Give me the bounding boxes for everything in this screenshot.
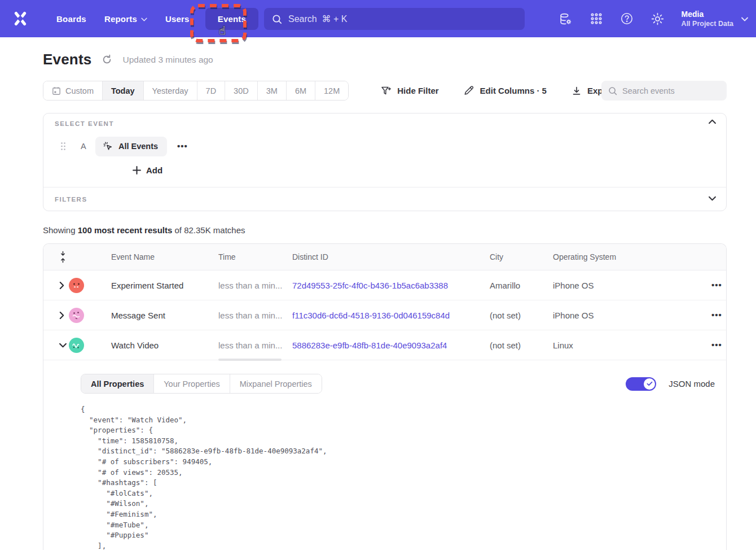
nav-item-users[interactable]: Users bbox=[156, 8, 199, 29]
filters-section[interactable]: FILTERS bbox=[43, 187, 726, 211]
events-table: Event Name Time Distinct ID City Operati… bbox=[43, 243, 727, 550]
column-header-city[interactable]: City bbox=[490, 252, 553, 261]
refresh-icon[interactable] bbox=[102, 54, 112, 65]
tab-label: Your Properties bbox=[164, 379, 219, 389]
edit-columns-button[interactable]: Edit Columns · 5 bbox=[464, 85, 547, 96]
navbar-right: Media All Project Data bbox=[559, 0, 748, 37]
mixpanel-x-glyph bbox=[12, 10, 29, 27]
global-search-input[interactable] bbox=[288, 14, 517, 24]
summary-prefix: Showing bbox=[43, 225, 78, 235]
table-horizontal-scrollbar[interactable] bbox=[218, 359, 282, 361]
events-search-input[interactable] bbox=[622, 86, 720, 95]
os-cell: iPhone OS bbox=[553, 281, 674, 290]
add-event-button[interactable]: Add bbox=[133, 165, 162, 175]
selected-event-label: All Events bbox=[118, 142, 158, 151]
expand-row-icon[interactable] bbox=[59, 282, 69, 289]
row-menu-icon[interactable]: ••• bbox=[711, 282, 722, 288]
date-option-label: 30D bbox=[234, 86, 249, 95]
tab-label: Mixpanel Properties bbox=[240, 379, 312, 389]
distinct-id-link[interactable]: 5886283e-e9fb-48fb-81de-40e9093a2af4 bbox=[292, 341, 490, 350]
column-header-time[interactable]: Time bbox=[218, 252, 292, 261]
distinct-id-link[interactable]: 72d49553-25fc-4f0c-b436-1b5ac6ab3388 bbox=[292, 281, 490, 290]
mixpanel-logo-icon[interactable] bbox=[10, 8, 30, 29]
date-option-label: Today bbox=[111, 86, 135, 95]
help-icon[interactable] bbox=[620, 12, 634, 25]
events-search[interactable] bbox=[601, 81, 727, 101]
collapse-section-icon[interactable] bbox=[709, 119, 716, 124]
filters-section-label: FILTERS bbox=[55, 196, 87, 203]
sparkle-cursor-icon bbox=[103, 141, 113, 152]
date-option-label: 3M bbox=[266, 86, 278, 95]
query-builder-card: SELECT EVENT A bbox=[43, 113, 727, 211]
events-page: Boards Reports Users Events ☝ bbox=[0, 0, 756, 550]
json-mode-control: JSON mode bbox=[626, 377, 715, 391]
drag-handle-icon[interactable] bbox=[60, 142, 66, 151]
column-header-distinct-id[interactable]: Distinct ID bbox=[292, 252, 490, 261]
event-selector-pill[interactable]: All Events bbox=[95, 137, 167, 156]
controls-row: Custom Today Yesterday 7D 30D 3M 6M 12M … bbox=[43, 81, 727, 101]
table-row[interactable]: Experiment Started less than a min... 72… bbox=[43, 270, 726, 300]
chevron-down-icon bbox=[141, 18, 147, 21]
project-switcher[interactable]: Media All Project Data bbox=[682, 9, 748, 28]
nav-item-boards[interactable]: Boards bbox=[47, 8, 95, 29]
event-row-letter: A bbox=[81, 142, 87, 151]
date-option-30d[interactable]: 30D bbox=[225, 81, 258, 100]
date-option-yesterday[interactable]: Yesterday bbox=[144, 81, 197, 100]
project-info: Media All Project Data bbox=[682, 9, 733, 28]
collapse-row-icon[interactable] bbox=[59, 343, 69, 348]
nav-item-reports[interactable]: Reports bbox=[95, 8, 156, 29]
settings-gear-icon[interactable] bbox=[650, 12, 665, 26]
nav-item-reports-label: Reports bbox=[104, 14, 137, 24]
date-option-label: 12M bbox=[324, 86, 340, 95]
hide-filter-label: Hide Filter bbox=[397, 86, 438, 95]
date-option-3m[interactable]: 3M bbox=[258, 81, 287, 100]
city-cell: (not set) bbox=[490, 341, 553, 350]
download-icon bbox=[572, 86, 582, 96]
os-cell: Linux bbox=[553, 341, 674, 350]
date-option-today[interactable]: Today bbox=[103, 81, 144, 100]
table-header-row: Event Name Time Distinct ID City Operati… bbox=[43, 244, 726, 270]
tab-all-properties[interactable]: All Properties bbox=[81, 374, 154, 393]
event-details-panel: All Properties Your Properties Mixpanel … bbox=[43, 360, 726, 550]
json-mode-toggle[interactable] bbox=[626, 377, 656, 391]
expand-row-icon[interactable] bbox=[59, 312, 69, 319]
event-name-cell: Message Sent bbox=[111, 311, 218, 320]
city-cell: (not set) bbox=[490, 311, 553, 320]
table-row[interactable]: Message Sent less than a min... f11c30d6… bbox=[43, 300, 726, 330]
nav-item-events-label: Events bbox=[218, 14, 246, 24]
os-cell: iPhone OS bbox=[553, 311, 674, 320]
date-option-6m[interactable]: 6M bbox=[287, 81, 315, 100]
row-menu-icon[interactable]: ••• bbox=[711, 312, 722, 318]
date-range-selector: Custom Today Yesterday 7D 30D 3M 6M 12M bbox=[43, 81, 349, 101]
row-menu-icon[interactable]: ••• bbox=[711, 342, 722, 348]
funnel-plus-icon bbox=[380, 85, 392, 97]
nav-item-users-label: Users bbox=[165, 14, 190, 24]
event-avatar bbox=[69, 308, 84, 323]
time-cell: less than a min... bbox=[218, 281, 292, 290]
event-name-cell: Experiment Started bbox=[111, 281, 218, 290]
date-option-label: 7D bbox=[206, 86, 217, 95]
column-header-os[interactable]: Operating System bbox=[553, 252, 674, 261]
date-option-12m[interactable]: 12M bbox=[315, 81, 348, 100]
sort-order-icon[interactable] bbox=[57, 251, 69, 263]
table-row-expanded[interactable]: Watch Video less than a min... 5886283e-… bbox=[43, 330, 726, 360]
date-option-custom[interactable]: Custom bbox=[43, 81, 103, 100]
date-option-7d[interactable]: 7D bbox=[197, 81, 226, 100]
event-row-more-icon[interactable]: ••• bbox=[177, 143, 188, 149]
global-search[interactable] bbox=[264, 8, 525, 30]
apps-grid-icon[interactable] bbox=[590, 12, 603, 25]
chevron-down-icon bbox=[741, 17, 748, 21]
data-management-icon[interactable] bbox=[559, 12, 573, 26]
column-header-event-name[interactable]: Event Name bbox=[111, 252, 218, 261]
hide-filter-button[interactable]: Hide Filter bbox=[380, 85, 438, 97]
tab-your-properties[interactable]: Your Properties bbox=[154, 374, 230, 393]
navbar-left: Boards Reports Users Events bbox=[0, 0, 258, 37]
nav-item-events[interactable]: Events bbox=[205, 8, 258, 30]
expand-section-icon[interactable] bbox=[709, 196, 716, 201]
details-toolbar: All Properties Your Properties Mixpanel … bbox=[81, 374, 715, 394]
date-option-label: Yesterday bbox=[152, 86, 188, 95]
search-icon bbox=[608, 86, 617, 95]
distinct-id-link[interactable]: f11c30d6-dc6d-4518-9136-0d046159c84d bbox=[292, 311, 490, 320]
summary-suffix: of 82.35K matches bbox=[172, 225, 245, 235]
tab-mixpanel-properties[interactable]: Mixpanel Properties bbox=[230, 374, 322, 393]
